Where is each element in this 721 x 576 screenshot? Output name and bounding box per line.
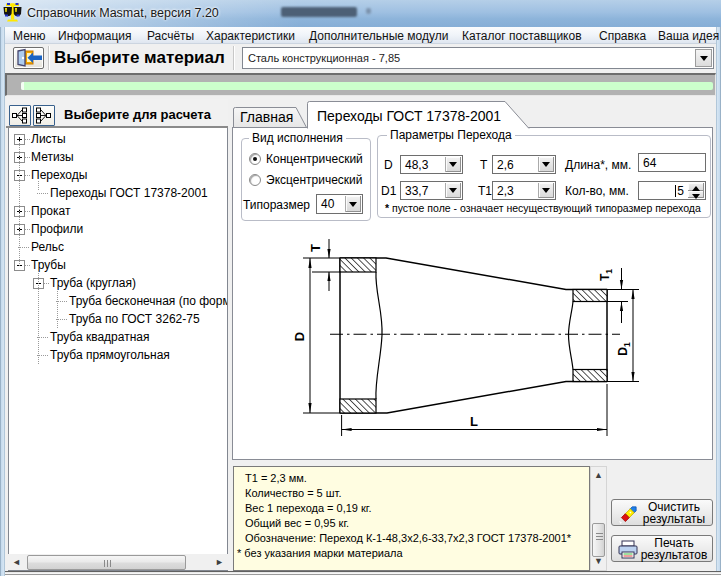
svg-text:T1: T1 [598, 269, 614, 281]
svg-text:Главная: Главная [240, 109, 293, 125]
svg-text:L: L [470, 414, 478, 429]
svg-text:T: T [308, 244, 323, 252]
svg-text:Переходы ГОСТ 17378-2001: Переходы ГОСТ 17378-2001 [317, 108, 501, 124]
svg-text:D1: D1 [616, 342, 632, 356]
svg-text:D: D [292, 332, 307, 341]
